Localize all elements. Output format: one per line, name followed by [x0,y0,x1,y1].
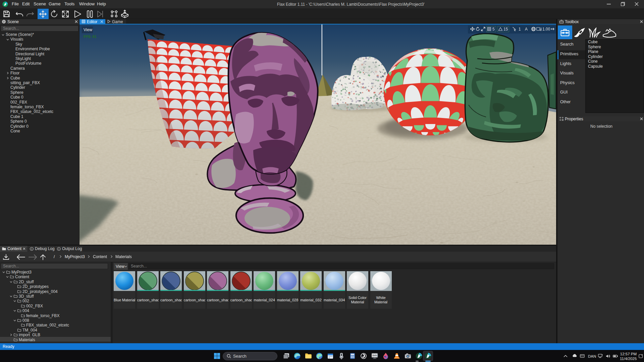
svg-text:SVG: SVG [372,354,377,357]
